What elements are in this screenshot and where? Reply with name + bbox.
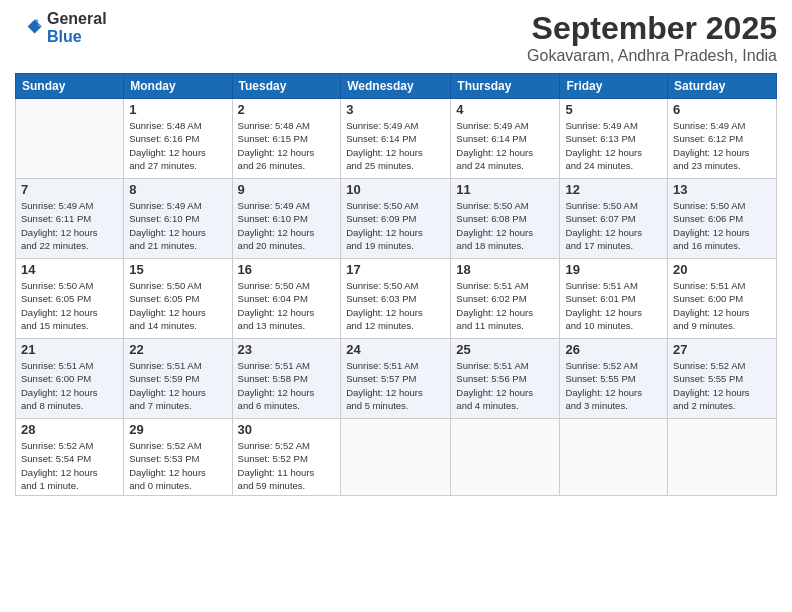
calendar-week-row: 28Sunrise: 5:52 AM Sunset: 5:54 PM Dayli… <box>16 419 777 496</box>
day-detail: Sunrise: 5:49 AM Sunset: 6:10 PM Dayligh… <box>238 199 336 252</box>
day-number: 17 <box>346 262 445 277</box>
day-detail: Sunrise: 5:48 AM Sunset: 6:16 PM Dayligh… <box>129 119 226 172</box>
table-row: 3Sunrise: 5:49 AM Sunset: 6:14 PM Daylig… <box>341 99 451 179</box>
col-saturday: Saturday <box>668 74 777 99</box>
col-tuesday: Tuesday <box>232 74 341 99</box>
day-number: 2 <box>238 102 336 117</box>
day-number: 4 <box>456 102 554 117</box>
table-row: 10Sunrise: 5:50 AM Sunset: 6:09 PM Dayli… <box>341 179 451 259</box>
table-row: 1Sunrise: 5:48 AM Sunset: 6:16 PM Daylig… <box>124 99 232 179</box>
day-number: 30 <box>238 422 336 437</box>
logo: General Blue <box>15 10 107 46</box>
table-row: 18Sunrise: 5:51 AM Sunset: 6:02 PM Dayli… <box>451 259 560 339</box>
calendar-header-row: Sunday Monday Tuesday Wednesday Thursday… <box>16 74 777 99</box>
table-row: 24Sunrise: 5:51 AM Sunset: 5:57 PM Dayli… <box>341 339 451 419</box>
table-row: 8Sunrise: 5:49 AM Sunset: 6:10 PM Daylig… <box>124 179 232 259</box>
table-row <box>451 419 560 496</box>
day-number: 26 <box>565 342 662 357</box>
day-number: 21 <box>21 342 118 357</box>
day-number: 25 <box>456 342 554 357</box>
table-row <box>668 419 777 496</box>
day-number: 16 <box>238 262 336 277</box>
table-row: 2Sunrise: 5:48 AM Sunset: 6:15 PM Daylig… <box>232 99 341 179</box>
day-number: 28 <box>21 422 118 437</box>
day-number: 9 <box>238 182 336 197</box>
logo-text: General Blue <box>47 10 107 46</box>
table-row: 6Sunrise: 5:49 AM Sunset: 6:12 PM Daylig… <box>668 99 777 179</box>
day-number: 5 <box>565 102 662 117</box>
table-row: 25Sunrise: 5:51 AM Sunset: 5:56 PM Dayli… <box>451 339 560 419</box>
day-number: 12 <box>565 182 662 197</box>
table-row: 17Sunrise: 5:50 AM Sunset: 6:03 PM Dayli… <box>341 259 451 339</box>
col-wednesday: Wednesday <box>341 74 451 99</box>
day-detail: Sunrise: 5:51 AM Sunset: 6:00 PM Dayligh… <box>21 359 118 412</box>
day-detail: Sunrise: 5:49 AM Sunset: 6:14 PM Dayligh… <box>456 119 554 172</box>
calendar-week-row: 7Sunrise: 5:49 AM Sunset: 6:11 PM Daylig… <box>16 179 777 259</box>
day-detail: Sunrise: 5:50 AM Sunset: 6:09 PM Dayligh… <box>346 199 445 252</box>
day-detail: Sunrise: 5:49 AM Sunset: 6:10 PM Dayligh… <box>129 199 226 252</box>
day-number: 10 <box>346 182 445 197</box>
calendar-week-row: 21Sunrise: 5:51 AM Sunset: 6:00 PM Dayli… <box>16 339 777 419</box>
col-sunday: Sunday <box>16 74 124 99</box>
day-number: 1 <box>129 102 226 117</box>
day-detail: Sunrise: 5:52 AM Sunset: 5:52 PM Dayligh… <box>238 439 336 492</box>
page: General Blue September 2025 Gokavaram, A… <box>0 0 792 612</box>
title-block: September 2025 Gokavaram, Andhra Pradesh… <box>527 10 777 65</box>
day-detail: Sunrise: 5:51 AM Sunset: 6:02 PM Dayligh… <box>456 279 554 332</box>
table-row: 19Sunrise: 5:51 AM Sunset: 6:01 PM Dayli… <box>560 259 668 339</box>
table-row: 30Sunrise: 5:52 AM Sunset: 5:52 PM Dayli… <box>232 419 341 496</box>
table-row: 9Sunrise: 5:49 AM Sunset: 6:10 PM Daylig… <box>232 179 341 259</box>
table-row <box>16 99 124 179</box>
table-row: 11Sunrise: 5:50 AM Sunset: 6:08 PM Dayli… <box>451 179 560 259</box>
day-number: 11 <box>456 182 554 197</box>
day-detail: Sunrise: 5:50 AM Sunset: 6:05 PM Dayligh… <box>21 279 118 332</box>
table-row: 28Sunrise: 5:52 AM Sunset: 5:54 PM Dayli… <box>16 419 124 496</box>
month-title: September 2025 <box>527 10 777 47</box>
col-monday: Monday <box>124 74 232 99</box>
day-detail: Sunrise: 5:52 AM Sunset: 5:53 PM Dayligh… <box>129 439 226 492</box>
day-detail: Sunrise: 5:51 AM Sunset: 5:59 PM Dayligh… <box>129 359 226 412</box>
table-row: 13Sunrise: 5:50 AM Sunset: 6:06 PM Dayli… <box>668 179 777 259</box>
table-row: 12Sunrise: 5:50 AM Sunset: 6:07 PM Dayli… <box>560 179 668 259</box>
day-detail: Sunrise: 5:52 AM Sunset: 5:54 PM Dayligh… <box>21 439 118 492</box>
day-number: 8 <box>129 182 226 197</box>
table-row: 5Sunrise: 5:49 AM Sunset: 6:13 PM Daylig… <box>560 99 668 179</box>
day-number: 14 <box>21 262 118 277</box>
day-detail: Sunrise: 5:51 AM Sunset: 6:01 PM Dayligh… <box>565 279 662 332</box>
day-number: 18 <box>456 262 554 277</box>
header: General Blue September 2025 Gokavaram, A… <box>15 10 777 65</box>
day-number: 15 <box>129 262 226 277</box>
table-row <box>341 419 451 496</box>
table-row: 22Sunrise: 5:51 AM Sunset: 5:59 PM Dayli… <box>124 339 232 419</box>
day-detail: Sunrise: 5:50 AM Sunset: 6:04 PM Dayligh… <box>238 279 336 332</box>
day-detail: Sunrise: 5:51 AM Sunset: 5:57 PM Dayligh… <box>346 359 445 412</box>
table-row: 15Sunrise: 5:50 AM Sunset: 6:05 PM Dayli… <box>124 259 232 339</box>
day-number: 24 <box>346 342 445 357</box>
calendar-week-row: 1Sunrise: 5:48 AM Sunset: 6:16 PM Daylig… <box>16 99 777 179</box>
table-row: 20Sunrise: 5:51 AM Sunset: 6:00 PM Dayli… <box>668 259 777 339</box>
day-detail: Sunrise: 5:49 AM Sunset: 6:11 PM Dayligh… <box>21 199 118 252</box>
day-detail: Sunrise: 5:51 AM Sunset: 5:58 PM Dayligh… <box>238 359 336 412</box>
day-detail: Sunrise: 5:52 AM Sunset: 5:55 PM Dayligh… <box>673 359 771 412</box>
calendar: Sunday Monday Tuesday Wednesday Thursday… <box>15 73 777 496</box>
col-thursday: Thursday <box>451 74 560 99</box>
table-row: 7Sunrise: 5:49 AM Sunset: 6:11 PM Daylig… <box>16 179 124 259</box>
day-detail: Sunrise: 5:50 AM Sunset: 6:07 PM Dayligh… <box>565 199 662 252</box>
day-number: 22 <box>129 342 226 357</box>
table-row: 4Sunrise: 5:49 AM Sunset: 6:14 PM Daylig… <box>451 99 560 179</box>
logo-icon <box>15 14 43 42</box>
calendar-week-row: 14Sunrise: 5:50 AM Sunset: 6:05 PM Dayli… <box>16 259 777 339</box>
location: Gokavaram, Andhra Pradesh, India <box>527 47 777 65</box>
day-detail: Sunrise: 5:49 AM Sunset: 6:14 PM Dayligh… <box>346 119 445 172</box>
day-number: 27 <box>673 342 771 357</box>
day-detail: Sunrise: 5:50 AM Sunset: 6:03 PM Dayligh… <box>346 279 445 332</box>
day-detail: Sunrise: 5:50 AM Sunset: 6:05 PM Dayligh… <box>129 279 226 332</box>
day-detail: Sunrise: 5:52 AM Sunset: 5:55 PM Dayligh… <box>565 359 662 412</box>
day-detail: Sunrise: 5:51 AM Sunset: 6:00 PM Dayligh… <box>673 279 771 332</box>
table-row: 21Sunrise: 5:51 AM Sunset: 6:00 PM Dayli… <box>16 339 124 419</box>
table-row: 26Sunrise: 5:52 AM Sunset: 5:55 PM Dayli… <box>560 339 668 419</box>
day-detail: Sunrise: 5:50 AM Sunset: 6:08 PM Dayligh… <box>456 199 554 252</box>
table-row: 23Sunrise: 5:51 AM Sunset: 5:58 PM Dayli… <box>232 339 341 419</box>
day-detail: Sunrise: 5:49 AM Sunset: 6:12 PM Dayligh… <box>673 119 771 172</box>
day-number: 7 <box>21 182 118 197</box>
